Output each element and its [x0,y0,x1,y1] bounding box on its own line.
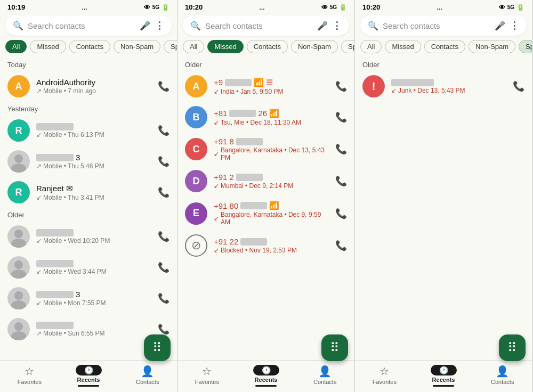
filter-tab-contacts[interactable]: Contacts [247,40,288,53]
filter-tab-spam[interactable]: Spam [519,40,532,53]
more-options-icon[interactable]: ⋮ [155,20,164,31]
call-phone-button[interactable]: 📞 [335,143,347,155]
filter-tab-all[interactable]: All [5,40,27,53]
call-phone-button[interactable]: 📞 [158,125,169,136]
call-list: OlderA+9████ 📶 ☰↙ India • Jan 5, 9:50 PM… [177,58,354,360]
call-phone-button[interactable]: 📞 [513,80,524,92]
nav-item-recents[interactable]: 🕐Recents [237,365,296,387]
call-name: +81████26 📶 [214,109,329,118]
nav-item-recents[interactable]: 🕐Recents [59,365,118,387]
nav-icon-recents: 🕐 [431,365,457,375]
filter-tab-contacts[interactable]: Contacts [424,40,465,53]
filter-tab-all[interactable]: All [360,40,382,53]
fab-dialpad-button[interactable]: ⠿ [144,334,171,361]
call-item[interactable]: E+91 80████ 📶↙ Bangalore, Karnataka • De… [177,197,354,230]
call-arrow-icon: ↙ [391,87,397,94]
call-phone-button[interactable]: 📞 [335,208,347,219]
call-item[interactable]: !████↙ Junk • Dec 13, 5:43 PM📞 [355,71,532,102]
search-icon: 🔍 [368,21,378,31]
nav-icon-favorites: ☆ [202,365,212,378]
fab-dialpad-button[interactable]: ⠿ [321,334,348,361]
filter-tab-nonspam[interactable]: Non-Spam [114,40,160,53]
call-item[interactable]: ████↙ Mobile • Wed 10:20 PM📞 [0,221,177,252]
call-item[interactable]: AAndroidAuthority↗ Mobile • 7 min ago📞 [0,71,177,102]
call-phone-button[interactable]: 📞 [158,323,169,335]
nav-icon-favorites: ☆ [25,365,34,378]
filter-tab-nonspam[interactable]: Non-Spam [469,40,515,53]
call-name: +91 2████ [214,173,329,182]
call-phone-button[interactable]: 📞 [335,240,347,251]
call-item[interactable]: ⊘+91 22████↙ Blocked • Nov 19, 2:53 PM📞 [177,230,354,261]
filter-tab-nonspam[interactable]: Non-Spam [291,40,338,53]
call-phone-button[interactable]: 📞 [158,186,169,198]
call-phone-button[interactable]: 📞 [335,111,347,123]
call-item[interactable]: B+81████26 📶↙ Tsu, Mie • Dec 18, 11:30 A… [177,102,354,133]
avatar: R [7,119,30,142]
call-phone-button[interactable]: 📞 [335,80,347,92]
filter-tab-contacts[interactable]: Contacts [69,40,110,53]
nav-item-favorites[interactable]: ☆Favorites [355,365,414,387]
nav-item-favorites[interactable]: ☆Favorites [177,365,237,387]
microphone-icon[interactable]: 🎤 [495,21,505,31]
search-bar[interactable]: 🔍 Search contacts 🎤 ⋮ [360,15,527,36]
call-item[interactable]: D+91 2████↙ Mumbai • Dec 9, 2:14 PM📞 [177,166,354,197]
call-name: AndroidAuthority [36,78,151,87]
signal-icon: 5G [507,4,514,10]
filter-tab-all[interactable]: All [183,40,204,53]
call-name: +91 80████ 📶 [214,201,329,210]
call-detail: ↙ Mobile • Mon 7:55 PM [36,299,151,307]
call-detail: ↙ Blocked • Nov 19, 2:53 PM [214,247,329,254]
search-bar[interactable]: 🔍 Search contacts 🎤 ⋮ [5,15,172,36]
nav-item-recents[interactable]: 🕐Recents [414,365,473,387]
fab-dialpad-button[interactable]: ⠿ [499,334,526,361]
call-item[interactable]: ████↙ Mobile • Wed 3:44 PM📞 [0,252,177,283]
bottom-nav: ☆Favorites🕐Recents👤Contacts [177,360,354,392]
section-label: Older [177,58,354,71]
nav-label-favorites: Favorites [373,379,397,385]
call-phone-button[interactable]: 📞 [158,292,169,304]
avatar: ⊘ [185,234,207,257]
call-item[interactable]: C+91 8████↙ Bangalore, Karnataka • Dec 1… [177,133,354,166]
avatar [7,287,30,309]
nav-item-favorites[interactable]: ☆Favorites [0,365,59,387]
call-name: +91 8████ [214,137,329,146]
filter-tab-missed[interactable]: Missed [207,40,243,53]
nav-item-contacts[interactable]: 👤Contacts [118,365,177,387]
call-detail: ↙ Mobile • Thu 6:13 PM [36,131,151,138]
avatar [7,225,30,248]
nav-icon-recents: 🕐 [76,365,102,375]
call-phone-button[interactable]: 📞 [335,175,347,187]
call-phone-button[interactable]: 📞 [158,80,169,92]
call-info: +81████26 📶↙ Tsu, Mie • Dec 18, 11:30 AM [214,109,329,126]
svg-point-5 [11,270,26,279]
signal-icon: 5G [152,4,159,10]
call-item[interactable]: R████↙ Mobile • Thu 6:13 PM📞 [0,115,177,146]
filter-tab-missed[interactable]: Missed [30,40,66,53]
call-name: Ranjeet ✉ [36,184,151,193]
call-detail: ↙ Junk • Dec 13, 5:43 PM [391,87,506,94]
nav-item-contacts[interactable]: 👤Contacts [473,365,532,387]
call-item[interactable]: RRanjeet ✉↙ Mobile • Thu 3:41 PM📞 [0,177,177,208]
call-arrow-icon: ↙ [214,182,219,190]
call-item[interactable]: ████3↙ Mobile • Mon 7:55 PM📞 [0,283,177,314]
more-options-icon[interactable]: ⋮ [332,20,342,31]
microphone-icon[interactable]: 🎤 [140,21,150,31]
bottom-nav: ☆Favorites🕐Recents👤Contacts [355,360,532,392]
call-detail: ↙ Tsu, Mie • Dec 18, 11:30 AM [214,119,329,126]
filter-tab-missed[interactable]: Missed [385,40,421,53]
filter-tab-spam[interactable]: Spam [341,40,354,53]
microphone-icon[interactable]: 🎤 [317,21,328,31]
call-phone-button[interactable]: 📞 [158,156,169,167]
call-phone-button[interactable]: 📞 [158,231,169,242]
search-bar[interactable]: 🔍 Search contacts 🎤 ⋮ [183,15,349,36]
call-info: +91 8████↙ Bangalore, Karnataka • Dec 13… [214,137,329,161]
call-phone-button[interactable]: 📞 [158,262,169,273]
call-detail: ↙ India • Jan 5, 9:50 PM [214,88,329,95]
phone-panel-panel3: 10:20 … 👁 5G 🔋 🔍 Search contacts 🎤 ⋮ All… [355,0,532,392]
call-item[interactable]: A+9████ 📶 ☰↙ India • Jan 5, 9:50 PM📞 [177,71,354,102]
avatar: D [185,170,207,192]
more-options-icon[interactable]: ⋮ [510,20,519,31]
filter-tab-spam[interactable]: Spam [164,40,177,53]
nav-item-contacts[interactable]: 👤Contacts [295,365,354,387]
call-item[interactable]: ████3↗ Mobile • Thu 5:46 PM📞 [0,146,177,177]
